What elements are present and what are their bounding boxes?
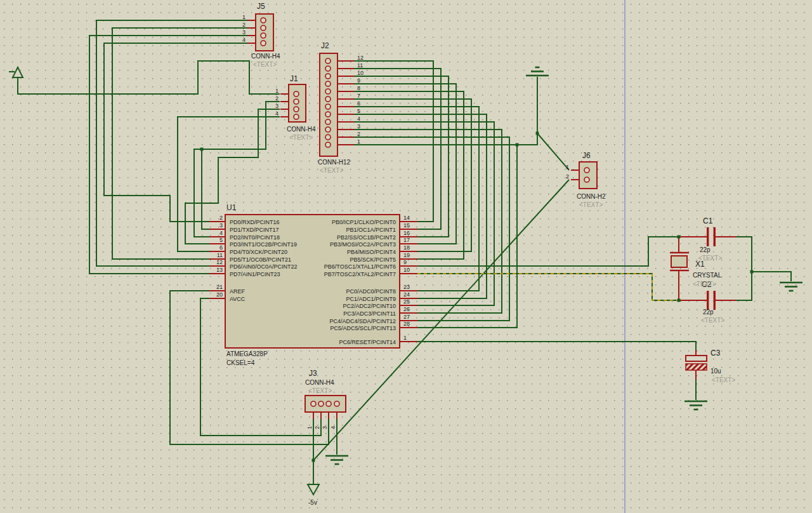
pin-label: PB4/MISO/PCINT4 — [347, 249, 396, 255]
crystal-body[interactable] — [671, 256, 687, 267]
pin-label: PD1/TXD/PCINT17 — [230, 227, 279, 233]
text-placeholder: <TEXT> — [701, 317, 724, 324]
pin-number: 12 — [216, 259, 223, 265]
text-placeholder: <TEXT> — [693, 281, 716, 288]
connector-pad — [261, 25, 266, 30]
pin-label: AREF — [230, 288, 246, 295]
connector-pad — [325, 97, 331, 102]
pin-number: 20 — [216, 291, 223, 298]
pin-number: 23 — [403, 284, 410, 290]
pin-number: 18 — [403, 244, 410, 251]
ref-label: J5 — [257, 2, 265, 11]
pin-number: 2 — [219, 215, 223, 221]
pin-label: PD5/T1/OC0B/PCINT21 — [230, 256, 291, 263]
junction-dot — [750, 270, 754, 274]
connector-pad — [294, 91, 299, 97]
pin-number: 25 — [403, 298, 410, 305]
connector-pad — [318, 401, 324, 406]
pin-number: 26 — [403, 306, 410, 312]
pin-label: PD4/T0/XCK/PCINT20 — [230, 249, 287, 255]
junction-dot — [536, 132, 539, 135]
pin-label: PC4/ADC4/SDA/PCINT12 — [329, 318, 396, 324]
pin-number: 1 — [566, 164, 569, 170]
pin-number: 8 — [357, 85, 360, 91]
connector-pad — [294, 114, 299, 119]
cap-plate — [707, 291, 709, 310]
connector-pad — [294, 99, 299, 104]
connector-pad — [261, 41, 266, 46]
text-placeholder: <TEXT> — [320, 167, 343, 174]
pin-number: 15 — [403, 222, 410, 229]
text-placeholder: <TEXT> — [289, 134, 313, 141]
pin-label: AVCC — [230, 296, 246, 302]
connector-pad — [261, 33, 266, 38]
pin-number: 4 — [219, 230, 223, 236]
connector-pad — [334, 401, 339, 406]
pin-label: PD7/AIN1/PCINT23 — [230, 271, 280, 277]
pin-label: PB3/MOSI/OC2A/PCINT3 — [330, 241, 396, 248]
connector-pad — [261, 18, 266, 23]
connector-pad — [325, 127, 331, 132]
pin-number: 9 — [357, 77, 360, 84]
value-label: ATMEGA328P — [226, 350, 268, 357]
pin-number: 21 — [216, 284, 223, 290]
pin-label: PC6/RESET/PCINT14 — [339, 339, 396, 345]
ic-u1[interactable]: 2PD0/RXD/PCINT163PD1/TXD/PCINT174PD2/INT… — [209, 203, 417, 366]
value-label: CRYSTAL — [693, 272, 722, 279]
type-label: CONN-H4 — [251, 53, 280, 60]
pin-number: 10 — [357, 70, 363, 76]
connector-pad — [325, 81, 331, 86]
pin-number: 5 — [219, 237, 223, 243]
pin-number: 1 — [275, 88, 278, 94]
connector-pad — [325, 89, 331, 94]
pin-label: PB6/TOSC1/XTAL1/PCINT6 — [324, 263, 396, 270]
connector-pad — [325, 142, 331, 147]
value-label: 10u — [710, 368, 721, 375]
pin-number: 6 — [357, 100, 360, 107]
ref-label: X1 — [695, 260, 705, 269]
ref-label: C3 — [710, 349, 721, 357]
pin-number: 3 — [357, 123, 360, 130]
text-placeholder: <TEXT> — [712, 376, 735, 383]
pin-label: PD6/AIN0/OC0A/PCINT22 — [230, 263, 298, 270]
pin-number: 14 — [403, 215, 410, 221]
ref-label: J2 — [321, 41, 329, 50]
connector-pad — [584, 177, 589, 182]
pin-number: 11 — [357, 62, 363, 69]
pin-label: PD3/INT1/OC2B/PCINT19 — [230, 241, 297, 248]
pin-number: 11 — [217, 252, 223, 258]
pin-number: 28 — [403, 321, 410, 327]
pin-label: PD2/INT0/PCINT18 — [230, 234, 280, 241]
cap-plate-pos — [686, 356, 707, 361]
pin-number: 3 — [322, 426, 328, 429]
pin-label: PC1/ADC1/PCINT9 — [346, 296, 396, 302]
pin-label: PD0/RXD/PCINT16 — [230, 219, 280, 225]
cap-plate — [714, 227, 716, 246]
pin-number: 6 — [219, 244, 223, 251]
pin-number: 1 — [403, 335, 407, 341]
pin-number: 3 — [242, 29, 246, 36]
cap-plate — [707, 227, 709, 246]
connector-pad — [325, 58, 331, 63]
pin-number: 1 — [242, 14, 246, 20]
ref-label: J3 — [309, 369, 317, 378]
pin-number: 4 — [330, 426, 336, 429]
pin-label: PB1/OC1A/PCINT1 — [346, 227, 396, 233]
junction-dot — [516, 143, 519, 147]
pin-number: 13 — [216, 267, 223, 273]
pin-number: 1 — [357, 138, 360, 145]
power-label: -5v — [308, 499, 317, 506]
junction-dot — [200, 148, 204, 151]
connector-body[interactable] — [579, 162, 597, 189]
type-label: CONN-H4 — [287, 126, 316, 133]
connector-pad — [325, 66, 331, 71]
pin-number: 2 — [566, 173, 569, 180]
pin-number: 2 — [275, 95, 278, 102]
cap-plate — [714, 291, 716, 310]
pin-number: 1 — [306, 426, 313, 429]
connector-pad — [326, 401, 331, 406]
pin-number: 7 — [357, 93, 360, 99]
pin-number: 12 — [357, 55, 363, 61]
pin-label: PC5/ADC5/SCL/PCINT13 — [330, 325, 396, 331]
value-label: 22p — [700, 246, 710, 253]
